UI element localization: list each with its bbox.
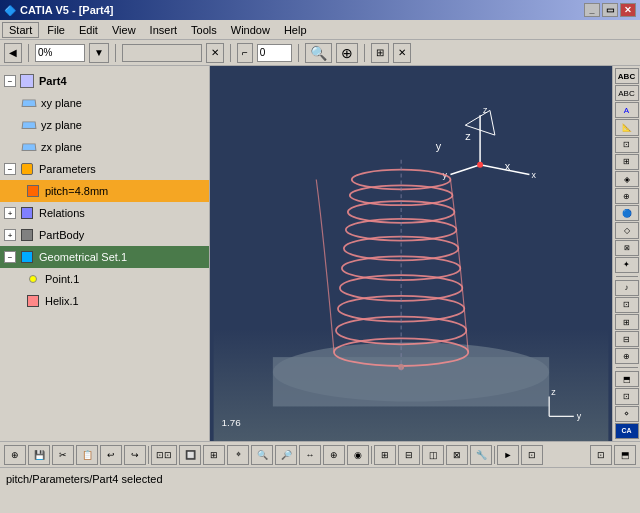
icon-btn3[interactable]: ⊞ bbox=[371, 43, 389, 63]
bt-16[interactable]: ⊞ bbox=[374, 445, 396, 465]
rt-btn-13[interactable]: ♪ bbox=[615, 280, 639, 296]
menu-view[interactable]: View bbox=[106, 22, 142, 38]
svg-rect-2 bbox=[273, 357, 549, 406]
bt-19[interactable]: ⊠ bbox=[446, 445, 468, 465]
bt-1[interactable]: ⊕ bbox=[4, 445, 26, 465]
tree-item-pitch[interactable]: pitch=4.8mm bbox=[0, 180, 209, 202]
x-btn[interactable]: ✕ bbox=[206, 43, 224, 63]
tree-item-yzplane[interactable]: yz plane bbox=[0, 114, 209, 136]
tree-item-partbody[interactable]: + PartBody bbox=[0, 224, 209, 246]
bt-8[interactable]: 🔲 bbox=[179, 445, 201, 465]
rt-btn-8[interactable]: ⊕ bbox=[615, 188, 639, 204]
expand-part4[interactable]: − bbox=[4, 75, 16, 87]
bracket-btn[interactable]: ⌐ bbox=[237, 43, 253, 63]
tree-item-zxplane[interactable]: zx plane bbox=[0, 136, 209, 158]
num-input[interactable] bbox=[257, 44, 292, 62]
rt-btn-18[interactable]: ⬒ bbox=[615, 371, 639, 387]
toolbar-main: ◀ ▼ ✕ ⌐ 🔍 ⊕ ⊞ ✕ bbox=[0, 40, 640, 66]
bt-3[interactable]: ✂ bbox=[52, 445, 74, 465]
tree-item-geoset[interactable]: − Geometrical Set.1 bbox=[0, 246, 209, 268]
rt-btn-4[interactable]: 📐 bbox=[615, 119, 639, 135]
rt-btn-6[interactable]: ⊞ bbox=[615, 154, 639, 170]
tree-label-point1: Point.1 bbox=[45, 273, 79, 285]
bt-17[interactable]: ⊟ bbox=[398, 445, 420, 465]
bt-20[interactable]: 🔧 bbox=[470, 445, 492, 465]
bt-22[interactable]: ⊡ bbox=[521, 445, 543, 465]
rt-btn-11[interactable]: ⊠ bbox=[615, 240, 639, 256]
rt-btn-7[interactable]: ◈ bbox=[615, 171, 639, 187]
tree-item-parameters[interactable]: − Parameters bbox=[0, 158, 209, 180]
bt-r2[interactable]: ⬒ bbox=[614, 445, 636, 465]
bt-12[interactable]: 🔎 bbox=[275, 445, 297, 465]
field-input[interactable] bbox=[122, 44, 202, 62]
icon-btn2[interactable]: ⊕ bbox=[336, 43, 358, 63]
bt-14[interactable]: ⊕ bbox=[323, 445, 345, 465]
svg-point-12 bbox=[477, 162, 483, 168]
titlebar-controls[interactable]: _ ▭ ✕ bbox=[584, 3, 636, 17]
menu-tools[interactable]: Tools bbox=[185, 22, 223, 38]
bt-5[interactable]: ↩ bbox=[100, 445, 122, 465]
bt-4[interactable]: 📋 bbox=[76, 445, 98, 465]
bt-6[interactable]: ↪ bbox=[124, 445, 146, 465]
bt-2[interactable]: 💾 bbox=[28, 445, 50, 465]
toolbar-arrow-btn[interactable]: ◀ bbox=[4, 43, 22, 63]
tree-item-xyplane[interactable]: xy plane bbox=[0, 92, 209, 114]
icon-btn4[interactable]: ✕ bbox=[393, 43, 411, 63]
point-icon bbox=[24, 270, 42, 288]
menu-file[interactable]: File bbox=[41, 22, 71, 38]
bt-7[interactable]: ⊡⊡ bbox=[151, 445, 177, 465]
rt-btn-14[interactable]: ⊡ bbox=[615, 297, 639, 313]
zoom-dropdown[interactable]: ▼ bbox=[89, 43, 109, 63]
rt-btn-12[interactable]: ✦ bbox=[615, 257, 639, 273]
rt-btn-17[interactable]: ⊕ bbox=[615, 348, 639, 364]
expand-partbody[interactable]: + bbox=[4, 229, 16, 241]
tree-label-partbody: PartBody bbox=[39, 229, 84, 241]
rt-btn-2[interactable]: ABC bbox=[615, 85, 639, 101]
menu-insert[interactable]: Insert bbox=[144, 22, 184, 38]
bt-9[interactable]: ⊞ bbox=[203, 445, 225, 465]
bt-r1[interactable]: ⊡ bbox=[590, 445, 612, 465]
sep4 bbox=[298, 44, 299, 62]
expand-relations[interactable]: + bbox=[4, 207, 16, 219]
expand-params[interactable]: − bbox=[4, 163, 16, 175]
rt-btn-5[interactable]: ⊡ bbox=[615, 137, 639, 153]
tree-panel: − Part4 xy plane yz plane zx plane − Par… bbox=[0, 66, 210, 441]
tree-item-part4[interactable]: − Part4 bbox=[0, 70, 209, 92]
helix-icon bbox=[24, 292, 42, 310]
menu-window[interactable]: Window bbox=[225, 22, 276, 38]
rt-btn-10[interactable]: ◇ bbox=[615, 222, 639, 238]
bt-11[interactable]: 🔍 bbox=[251, 445, 273, 465]
rt-btn-15[interactable]: ⊞ bbox=[615, 314, 639, 330]
restore-button[interactable]: ▭ bbox=[602, 3, 618, 17]
expand-geoset[interactable]: − bbox=[4, 251, 16, 263]
menubar: Start File Edit View Insert Tools Window… bbox=[0, 20, 640, 40]
menu-edit[interactable]: Edit bbox=[73, 22, 104, 38]
tree-item-relations[interactable]: + Relations bbox=[0, 202, 209, 224]
tree-item-point1[interactable]: Point.1 bbox=[0, 268, 209, 290]
rt-btn-3[interactable]: A bbox=[615, 102, 639, 118]
rt-btn-1[interactable]: ABC bbox=[615, 68, 639, 84]
close-button[interactable]: ✕ bbox=[620, 3, 636, 17]
icon-btn1[interactable]: 🔍 bbox=[305, 43, 332, 63]
zoom-input[interactable] bbox=[35, 44, 85, 62]
minimize-button[interactable]: _ bbox=[584, 3, 600, 17]
sep1 bbox=[28, 44, 29, 62]
bt-sep bbox=[148, 446, 149, 464]
bt-21[interactable]: ► bbox=[497, 445, 519, 465]
bt-18[interactable]: ◫ bbox=[422, 445, 444, 465]
geoset-icon bbox=[18, 248, 36, 266]
statusbar: pitch/Parameters/Part4 selected bbox=[0, 467, 640, 489]
rt-btn-20[interactable]: ⋄ bbox=[615, 406, 639, 422]
bt-10[interactable]: ⌖ bbox=[227, 445, 249, 465]
sep2 bbox=[115, 44, 116, 62]
tree-item-helix1[interactable]: Helix.1 bbox=[0, 290, 209, 312]
rt-btn-9[interactable]: 🔵 bbox=[615, 205, 639, 221]
menu-start[interactable]: Start bbox=[2, 22, 39, 38]
rt-btn-19[interactable]: ⊡ bbox=[615, 388, 639, 404]
bt-13[interactable]: ↔ bbox=[299, 445, 321, 465]
svg-text:z: z bbox=[551, 387, 556, 397]
rt-btn-16[interactable]: ⊟ bbox=[615, 331, 639, 347]
menu-help[interactable]: Help bbox=[278, 22, 313, 38]
viewport[interactable]: z x y z x y bbox=[210, 66, 612, 441]
bt-15[interactable]: ◉ bbox=[347, 445, 369, 465]
